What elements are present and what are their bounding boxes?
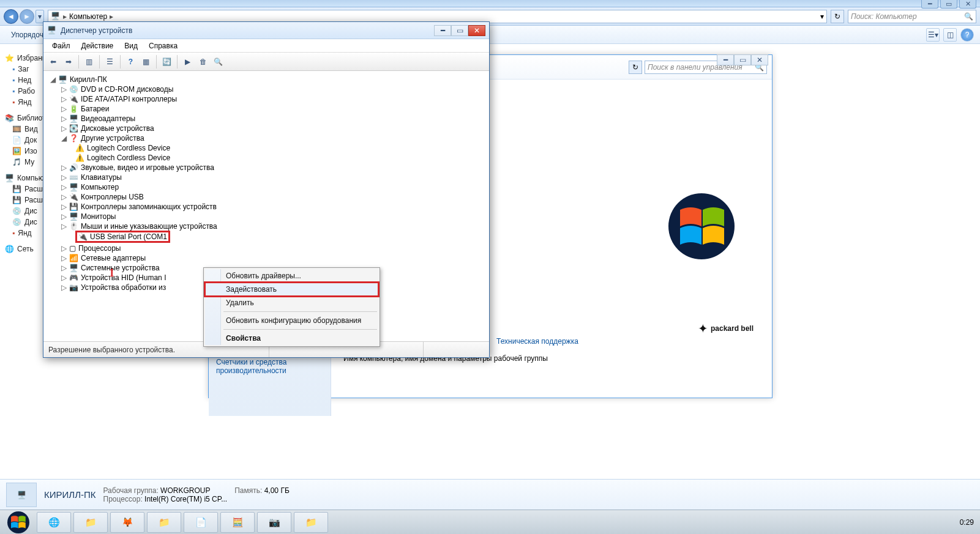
action-button[interactable]: ▦ xyxy=(139,54,153,69)
warning-icon: ⚠️ xyxy=(75,144,84,152)
tree-leaf[interactable]: ⚠️Logitech Cordless Device xyxy=(47,143,485,153)
tree-node[interactable]: ▷🔌IDE ATA/ATAPI контроллеры xyxy=(47,94,485,104)
computer-icon: 🖥️ xyxy=(51,12,61,21)
storage-icon: 💾 xyxy=(69,202,78,211)
unknown-icon: ❓ xyxy=(69,134,78,143)
tray-clock[interactable]: 0:29 xyxy=(960,518,974,527)
taskbar-item[interactable]: 📷 xyxy=(257,512,291,533)
uninstall-button[interactable]: 🗑 xyxy=(196,54,210,69)
port-icon: 🔌 xyxy=(78,232,88,241)
taskbar-item[interactable]: 📁 xyxy=(294,512,328,533)
tree-node[interactable]: ▷⌨️Клавиатуры xyxy=(47,172,485,182)
minimize-button[interactable]: ━ xyxy=(434,25,451,36)
tree-root[interactable]: ◢🖥️Кирилл-ПК xyxy=(47,75,485,84)
maximize-button[interactable]: ▭ xyxy=(940,0,957,9)
tree-leaf[interactable]: ⚠️Logitech Cordless Device xyxy=(47,153,485,163)
windows-logo-icon xyxy=(668,193,735,260)
library-icon: 📚 xyxy=(5,114,14,122)
tree-node[interactable]: ▷🔌Контроллеры USB xyxy=(47,192,485,202)
menu-help[interactable]: Справка xyxy=(144,40,182,51)
mouse-icon: 🖱️ xyxy=(69,222,78,231)
breadcrumb-computer[interactable]: Компьютер xyxy=(69,12,107,21)
svg-point-1 xyxy=(7,511,29,533)
display-icon: 🖥️ xyxy=(69,114,78,123)
warning-icon: ⚠️ xyxy=(75,154,84,162)
ctx-delete[interactable]: Удалить xyxy=(205,296,378,310)
properties-button[interactable]: ☰ xyxy=(103,54,117,69)
taskbar-item[interactable]: 🧮 xyxy=(220,512,255,533)
organize-menu[interactable]: Упорядоч xyxy=(6,31,48,39)
computer-icon: 🖥️ xyxy=(5,174,14,182)
tree-node[interactable]: ▷🔋Батареи xyxy=(47,104,485,114)
nav-forward-button[interactable]: ► xyxy=(20,9,34,24)
update-driver-button[interactable]: 🔄 xyxy=(160,54,174,69)
computer-icon: 🖥️ xyxy=(58,75,67,84)
link-perf-counters[interactable]: Счетчики и средства производительности xyxy=(216,355,323,378)
scan-hardware-button[interactable]: 🔍 xyxy=(211,54,225,69)
device-manager-icon: 🖥️ xyxy=(47,26,57,35)
ctx-scan-hardware[interactable]: Обновить конфигурацию оборудования xyxy=(205,314,378,327)
taskbar-item[interactable]: 📁 xyxy=(147,512,181,533)
taskbar-item[interactable]: 📁 xyxy=(73,512,108,533)
minimize-button[interactable]: ━ xyxy=(921,0,938,9)
close-button[interactable]: ✕ xyxy=(751,54,768,65)
nav-back-button[interactable]: ◄ xyxy=(4,9,18,24)
tree-node[interactable]: ▷🖥️Видеоадаптеры xyxy=(47,114,485,124)
monitor-icon: 🖥️ xyxy=(69,212,78,221)
packard-bell-logo: ✦ packard bell xyxy=(698,321,754,336)
ctx-properties[interactable]: Свойства xyxy=(205,332,378,345)
maximize-button[interactable]: ▭ xyxy=(734,54,751,65)
help-button[interactable]: ? xyxy=(960,28,974,42)
network-icon: 🌐 xyxy=(5,245,14,253)
enable-button[interactable]: ▶ xyxy=(181,54,195,69)
taskbar-item[interactable]: 📄 xyxy=(184,512,218,533)
tree-node[interactable]: ▷💾Контроллеры запоминающих устройств xyxy=(47,202,485,212)
start-button[interactable] xyxy=(2,511,34,534)
maximize-button[interactable]: ▭ xyxy=(451,25,468,36)
desktop-top-strip: ━ ▭ ✕ xyxy=(0,0,980,7)
menu-file[interactable]: Файл xyxy=(47,40,75,51)
menu-view[interactable]: Вид xyxy=(119,40,143,51)
link-tech-support[interactable]: Техническая поддержка xyxy=(496,337,578,346)
show-hide-tree-button[interactable]: ▥ xyxy=(82,54,96,69)
disk-icon: 💽 xyxy=(69,124,78,133)
usb-icon: 🔌 xyxy=(69,193,78,201)
network-icon: 📶 xyxy=(69,254,78,262)
ctx-enable[interactable]: Задействовать xyxy=(205,283,378,296)
taskbar: 🌐 📁 🦊 📁 📄 🧮 📷 📁 0:29 xyxy=(0,510,980,534)
tree-node[interactable]: ▷🖥️Компьютер xyxy=(47,182,485,192)
cpu-icon: ▢ xyxy=(69,244,76,253)
ide-icon: 🔌 xyxy=(69,95,78,103)
tree-node[interactable]: ▷💿DVD и CD-ROM дисководы xyxy=(47,84,485,94)
ctx-update-drivers[interactable]: Обновить драйверы... xyxy=(205,269,378,283)
details-name: КИРИЛЛ-ПК xyxy=(44,489,96,500)
view-options-button[interactable]: ☰▾ xyxy=(926,28,940,42)
imaging-icon: 📷 xyxy=(69,283,78,292)
close-button[interactable]: ✕ xyxy=(959,0,976,9)
tree-node[interactable]: ▷🖥️Мониторы xyxy=(47,212,485,221)
search-field[interactable]: Поиск: Компьютер 🔍 xyxy=(848,10,976,23)
menu-bar: Файл Действие Вид Справка xyxy=(43,39,489,53)
toolbar: ⬅ ➡ ▥ ☰ ? ▦ 🔄 ▶ 🗑 🔍 xyxy=(43,53,489,71)
refresh-button[interactable]: ↻ xyxy=(831,10,844,23)
annotation-1: 1 xyxy=(109,267,114,280)
star-icon: ⭐ xyxy=(5,54,14,62)
tree-node[interactable]: ▷▢Процессоры xyxy=(47,243,485,253)
refresh-button[interactable]: ↻ xyxy=(629,61,642,74)
window-title-bar[interactable]: 🖥️ Диспетчер устройств ━ ▭ ✕ xyxy=(43,22,489,39)
help-button[interactable]: ? xyxy=(124,54,138,69)
taskbar-item[interactable]: 🦊 xyxy=(110,512,144,533)
forward-button[interactable]: ➡ xyxy=(61,54,75,69)
menu-action[interactable]: Действие xyxy=(77,40,119,51)
tree-node[interactable]: ▷💽Дисковые устройства xyxy=(47,124,485,133)
back-button[interactable]: ⬅ xyxy=(46,54,60,69)
minimize-button[interactable]: ━ xyxy=(717,54,734,65)
preview-pane-button[interactable]: ◫ xyxy=(943,28,957,42)
taskbar-item[interactable]: 🌐 xyxy=(37,512,71,533)
tree-leaf-usb-serial[interactable]: 🔌 USB Serial Port (COM1 xyxy=(47,230,485,243)
tree-node-other[interactable]: ◢❓Другие устройства xyxy=(47,133,485,143)
close-button[interactable]: ✕ xyxy=(468,25,485,36)
tree-node[interactable]: ▷🔊Звуковые, видео и игровые устройства xyxy=(47,163,485,172)
computer-thumbnail-icon: 🖥️ xyxy=(6,483,37,507)
tree-node[interactable]: ▷📶Сетевые адаптеры xyxy=(47,253,485,263)
